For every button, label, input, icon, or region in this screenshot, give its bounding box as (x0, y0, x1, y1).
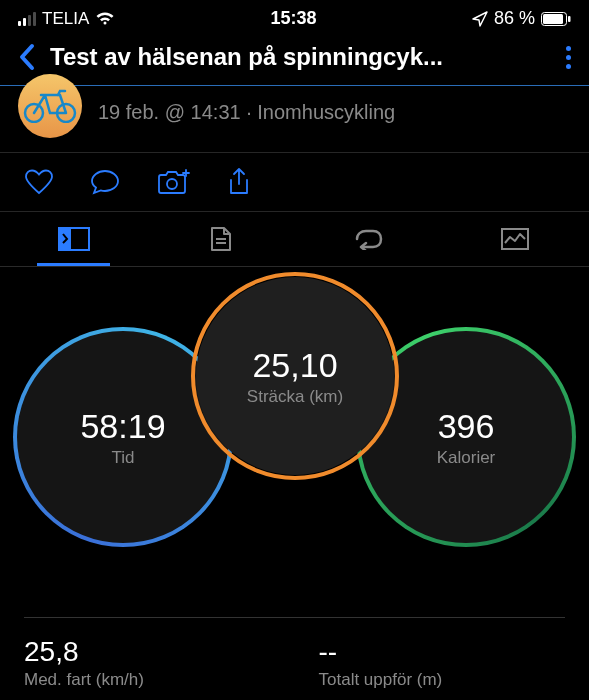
distance-label: Sträcka (km) (247, 387, 343, 407)
status-bar: TELIA 15:38 86 % (0, 0, 589, 33)
summary-dials: 58:19 Tid 396 Kalorier 25,10 Sträcka (km… (0, 277, 589, 547)
svg-rect-1 (543, 14, 563, 24)
action-bar (0, 153, 589, 211)
tab-summary[interactable] (0, 227, 147, 265)
photo-button[interactable] (156, 169, 190, 195)
tab-charts[interactable] (442, 228, 589, 264)
stats-grid: 25,8 Med. fart (km/h) -- Totalt uppför (… (0, 617, 589, 700)
stat-avg-speed[interactable]: 25,8 Med. fart (km/h) (24, 617, 295, 700)
status-time: 15:38 (271, 8, 317, 29)
more-button[interactable] (566, 46, 571, 69)
lap-icon (353, 228, 383, 250)
page-title: Test av hälsenan på spinningcyk... (50, 43, 552, 71)
svg-rect-2 (568, 16, 571, 22)
elevation-value: -- (319, 636, 566, 668)
tab-details[interactable] (147, 226, 294, 266)
elevation-label: Totalt uppför (m) (319, 670, 566, 690)
stat-elevation[interactable]: -- Totalt uppför (m) (295, 617, 566, 700)
time-label: Tid (112, 448, 135, 468)
dial-distance[interactable]: 25,10 Sträcka (km) (196, 277, 394, 475)
like-button[interactable] (24, 169, 54, 195)
calories-label: Kalorier (437, 448, 496, 468)
comment-button[interactable] (90, 169, 120, 195)
svg-point-5 (167, 179, 177, 189)
battery-icon (541, 12, 571, 26)
summary-icon (58, 227, 90, 251)
avg-speed-value: 25,8 (24, 636, 295, 668)
status-left: TELIA (18, 9, 115, 29)
activity-meta: 19 feb. @ 14:31 · Inomhuscykling (98, 101, 395, 124)
carrier-label: TELIA (42, 9, 89, 29)
share-icon (226, 167, 252, 197)
svg-rect-7 (59, 228, 71, 250)
share-button[interactable] (226, 167, 252, 197)
avg-speed-label: Med. fart (km/h) (24, 670, 295, 690)
document-icon (210, 226, 232, 252)
battery-percent: 86 % (494, 8, 535, 29)
distance-value: 25,10 (252, 346, 337, 385)
comment-icon (90, 169, 120, 195)
header-bar: Test av hälsenan på spinningcyk... (0, 33, 589, 85)
time-value: 58:19 (80, 407, 165, 446)
chart-icon (501, 228, 529, 250)
tab-bar (0, 212, 589, 267)
calories-value: 396 (438, 407, 495, 446)
back-button[interactable] (18, 43, 36, 71)
heart-icon (24, 169, 54, 195)
tab-laps[interactable] (295, 228, 442, 264)
status-right: 86 % (472, 8, 571, 29)
signal-icon (18, 12, 36, 26)
activity-header: 19 feb. @ 14:31 · Inomhuscykling (0, 86, 589, 152)
activity-icon (18, 74, 82, 138)
wifi-icon (95, 12, 115, 26)
camera-plus-icon (156, 169, 190, 195)
location-icon (472, 11, 488, 27)
